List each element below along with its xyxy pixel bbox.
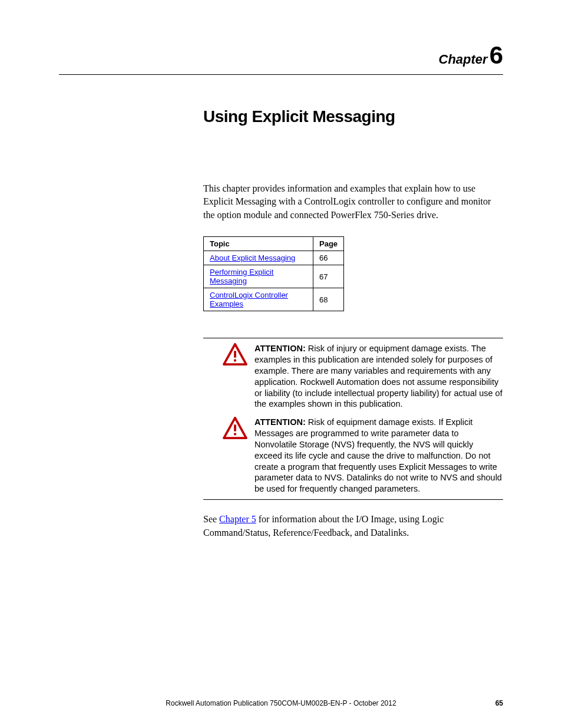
chapter-5-link[interactable]: Chapter 5 bbox=[219, 514, 256, 524]
attention-body-1: Risk of injury or equipment damage exist… bbox=[254, 344, 503, 409]
table-row: Performing Explicit Messaging 67 bbox=[204, 265, 344, 288]
toc-link-examples[interactable]: ControlLogix Controller Examples bbox=[210, 291, 288, 308]
footer-publication: Rockwell Automation Publication 750COM-U… bbox=[77, 699, 485, 707]
chapter-label: Chapter bbox=[439, 52, 488, 67]
svg-rect-2 bbox=[234, 425, 236, 431]
svg-rect-0 bbox=[234, 351, 236, 357]
attention-block: ATTENTION: Risk of injury or equipment d… bbox=[203, 338, 503, 500]
table-header-row: Topic Page bbox=[204, 237, 344, 251]
toc-page-1: 67 bbox=[313, 265, 344, 288]
warning-icon bbox=[223, 343, 247, 365]
footer-page-number: 65 bbox=[485, 699, 503, 707]
table-row: ControlLogix Controller Examples 68 bbox=[204, 288, 344, 311]
attention-text-2: ATTENTION: Risk of equipment damage exis… bbox=[254, 417, 503, 495]
toc-page-2: 68 bbox=[313, 288, 344, 311]
attention-text-1: ATTENTION: Risk of injury or equipment d… bbox=[254, 343, 503, 410]
attention-label-1: ATTENTION: bbox=[254, 344, 306, 353]
toc-page-0: 66 bbox=[313, 251, 344, 265]
toc-header-topic: Topic bbox=[204, 237, 313, 251]
attention-row-1: ATTENTION: Risk of injury or equipment d… bbox=[223, 343, 503, 410]
chapter-header: Chapter6 bbox=[59, 41, 503, 70]
see-prefix: See bbox=[203, 514, 219, 524]
svg-rect-3 bbox=[234, 433, 236, 436]
attention-row-2: ATTENTION: Risk of equipment damage exis… bbox=[223, 417, 503, 495]
svg-rect-1 bbox=[234, 360, 236, 362]
toc-header-page: Page bbox=[313, 237, 344, 251]
table-row: About Explicit Messaging 66 bbox=[204, 251, 344, 265]
page-footer: Rockwell Automation Publication 750COM-U… bbox=[59, 699, 503, 707]
toc-table: Topic Page About Explicit Messaging 66 P… bbox=[203, 236, 344, 311]
page-title: Using Explicit Messaging bbox=[203, 107, 503, 126]
see-reference-paragraph: See Chapter 5 for information about the … bbox=[203, 513, 503, 539]
toc-link-performing[interactable]: Performing Explicit Messaging bbox=[210, 268, 273, 285]
warning-icon bbox=[223, 417, 247, 439]
intro-paragraph: This chapter provides information and ex… bbox=[203, 182, 503, 222]
header-rule bbox=[59, 74, 503, 75]
toc-link-about[interactable]: About Explicit Messaging bbox=[210, 253, 295, 262]
attention-label-2: ATTENTION: bbox=[254, 417, 306, 427]
chapter-number: 6 bbox=[490, 41, 503, 69]
document-page: Chapter6 Using Explicit Messaging This c… bbox=[0, 0, 562, 728]
attention-body-2: Risk of equipment damage exists. If Expl… bbox=[254, 417, 502, 493]
